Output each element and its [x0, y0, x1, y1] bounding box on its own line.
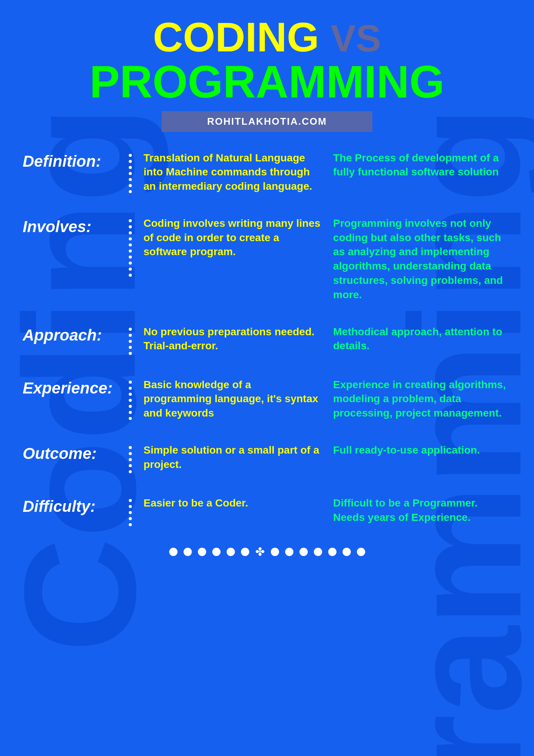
programming-involves: Programming involves not only coding but…: [329, 216, 511, 302]
row-experience: Experience: Basic knowledge of a program…: [23, 374, 511, 424]
row-definition: Definition: Translation of Natural Langu…: [23, 147, 511, 197]
dot: [129, 172, 132, 175]
dot: [129, 231, 132, 234]
dot: [129, 411, 132, 414]
programming-outcome: Full ready-to-use application.: [329, 443, 511, 457]
dot: [129, 417, 132, 420]
title-programming: PROGRAMMING: [23, 59, 511, 104]
dot: [129, 178, 132, 181]
coding-approach: No previous preparations needed. Trial-a…: [136, 325, 329, 353]
bottom-dot: [343, 548, 351, 556]
dot: [129, 381, 132, 384]
dot: [129, 446, 132, 449]
dot: [129, 352, 132, 355]
bottom-dots: ✤: [23, 545, 511, 566]
subtitle-text: ROHITLAKHOTIA.COM: [207, 116, 327, 127]
dot: [129, 219, 132, 222]
divider-experience: [125, 378, 136, 420]
coding-definition: Translation of Natural Language into Mac…: [136, 151, 329, 194]
label-involves: Involves:: [23, 216, 125, 236]
bottom-dot: [314, 548, 322, 556]
title-vs: VS: [331, 17, 381, 59]
dot: [129, 256, 132, 259]
dot: [129, 523, 132, 526]
bottom-dot: [227, 548, 235, 556]
dot: [129, 249, 132, 253]
dot: [129, 184, 132, 187]
bottom-dot: [241, 548, 249, 556]
dot: [129, 268, 132, 271]
title-coding: CODING: [153, 14, 319, 60]
bottom-dot: [212, 548, 221, 556]
page-container: Coding Programming CODING VS PROGRAMMING…: [0, 0, 534, 756]
dot: [129, 346, 132, 349]
dot: [129, 328, 132, 331]
dot: [129, 499, 132, 502]
coding-experience: Basic knowledge of a programming languag…: [136, 378, 329, 420]
dot: [129, 160, 132, 163]
dot: [129, 405, 132, 408]
bottom-dot: [285, 548, 293, 556]
dot: [129, 458, 132, 461]
label-experience: Experience:: [23, 378, 125, 397]
programming-approach: Methodical approach, attention to detail…: [329, 325, 511, 353]
programming-experience: Experience in creating algorithms, model…: [329, 378, 511, 420]
dot: [129, 237, 132, 240]
dot: [129, 334, 132, 337]
divider-difficulty: [125, 496, 136, 526]
divider-involves: [125, 216, 136, 277]
title-line1: CODING VS: [23, 15, 511, 59]
subtitle-bar: ROHITLAKHOTIA.COM: [162, 111, 372, 132]
dot: [129, 505, 132, 508]
row-difficulty: Difficulty: Easier to be a Coder. Diffic…: [23, 492, 511, 530]
dot: [129, 190, 132, 193]
bottom-dot: [169, 548, 177, 556]
dot: [129, 470, 132, 473]
divider-definition: [125, 151, 136, 193]
divider-approach: [125, 325, 136, 355]
dot: [129, 517, 132, 520]
dot: [129, 166, 132, 169]
dot: [129, 452, 132, 455]
row-involves: Involves: Coding involves writing many l…: [23, 212, 511, 306]
row-approach: Approach: No previous preparations neede…: [23, 321, 511, 359]
dot: [129, 262, 132, 265]
bottom-dot: [198, 548, 206, 556]
bottom-dot: [328, 548, 336, 556]
dot: [129, 464, 132, 467]
dot: [129, 154, 132, 157]
label-definition: Definition:: [23, 151, 125, 170]
label-approach: Approach:: [23, 325, 125, 344]
programming-definition: The Process of development of a fully fu…: [329, 151, 511, 180]
dot: [129, 225, 132, 228]
coding-involves: Coding involves writing many lines of co…: [136, 216, 329, 259]
star-icon: ✤: [255, 545, 265, 558]
bottom-dot: [357, 548, 365, 556]
dot: [129, 274, 132, 277]
coding-difficulty: Easier to be a Coder.: [136, 496, 329, 510]
dot: [129, 340, 132, 343]
divider-outcome: [125, 443, 136, 473]
bottom-dot: [271, 548, 279, 556]
dot: [129, 243, 132, 246]
dot: [129, 393, 132, 396]
dot: [129, 399, 132, 402]
row-outcome: Outcome: Simple solution or a small part…: [23, 439, 511, 477]
bottom-dot: [299, 548, 308, 556]
dot: [129, 387, 132, 390]
coding-outcome: Simple solution or a small part of a pro…: [136, 443, 329, 472]
programming-difficulty: Difficult to be a Programmer. Needs year…: [329, 496, 511, 525]
label-difficulty: Difficulty:: [23, 496, 125, 516]
content-area: Definition: Translation of Natural Langu…: [23, 147, 511, 530]
header: CODING VS PROGRAMMING ROHITLAKHOTIA.COM: [23, 15, 511, 136]
dot: [129, 511, 132, 514]
label-outcome: Outcome:: [23, 443, 125, 463]
bottom-dot: [184, 548, 192, 556]
